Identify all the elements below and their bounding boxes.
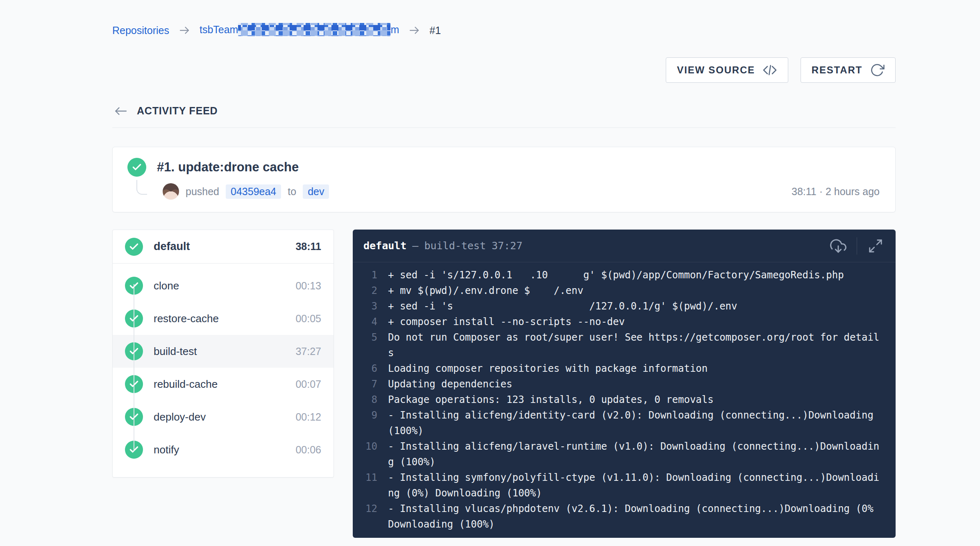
log-line: 3+ sed -i 's/127.0.0.1/g' $(pwd)/.env [360,298,886,314]
log-line: 6Loading composer repositories with pack… [360,361,886,376]
log-line-number: 3 [360,298,377,314]
avatar [163,183,179,200]
log-line: 2+ mv $(pwd)/.env.drone $/.env [360,283,886,298]
header-buttons: VIEW SOURCE RESTART [666,57,896,83]
log-text: + mv $(pwd)/.env.drone $/.env [388,283,882,298]
censored-log-segment [548,268,583,281]
page-header: VIEW SOURCE RESTART [112,57,896,83]
step-row-clone[interactable]: clone 00:13 [113,269,333,302]
steps-connector-line [134,284,134,451]
step-duration: 00:07 [295,378,321,390]
stage-row-default[interactable]: default 38:11 [113,230,333,264]
step-label: build-test [154,345,197,358]
console-log[interactable]: 1+ sed -i 's/127.0.0.1.10g' $(pwd)/app/C… [353,262,896,532]
log-line-number: 11 [360,470,377,501]
log-text: + composer install --no-scripts --no-dev [388,314,882,330]
log-text: + sed -i 's/127.0.0.1.10g' $(pwd)/app/Co… [388,267,882,283]
step-label: deploy-dev [154,411,206,423]
icon-divider [857,237,857,255]
censored-log-segment [512,268,530,281]
console-header: default — build-test 37:27 [353,230,896,262]
log-line-number: 9 [360,407,377,439]
step-duration: 37:27 [295,346,321,357]
log-line: 9- Installing alicfeng/identity-card (v2… [360,407,886,439]
step-row-rebuild-cache[interactable]: rebuild-cache 00:07 [113,368,333,400]
log-line: 1+ sed -i 's/127.0.0.1.10g' $(pwd)/app/C… [360,267,886,283]
stages-panel: default 38:11 clone 00:13 restore-cache … [112,230,334,478]
build-title: #1. update:drone cache [157,160,299,175]
log-text: Updating dependencies [388,376,882,392]
restart-button[interactable]: RESTART [801,57,896,83]
log-line: 7Updating dependencies [360,376,886,392]
log-text: - Installing alicfeng/laravel-runtime (v… [388,439,882,470]
build-card[interactable]: #1. update:drone cache pushed 04359ea4 t… [112,147,896,212]
page-title [112,60,318,80]
steps-list: clone 00:13 restore-cache 00:05 build-te… [113,264,333,472]
log-line-number: 10 [360,439,377,470]
console-panel: default — build-test 37:27 1+ sed [353,230,896,538]
censored-log-segment [453,299,589,312]
log-line-number: 12 [360,501,377,532]
log-text: + sed -i 's/127.0.0.1/g' $(pwd)/.env [388,298,882,314]
log-line-number: 6 [360,361,377,376]
log-line-number: 2 [360,283,377,298]
branch-chip[interactable]: dev [303,184,329,199]
breadcrumb-arrow-icon [178,24,191,36]
log-line: 4+ composer install --no-scripts --no-de… [360,314,886,330]
log-line: 12- Installing vlucas/phpdotenv (v2.6.1)… [360,501,886,532]
to-label: to [288,186,296,198]
log-line-number: 7 [360,376,377,392]
expand-icon [868,238,883,254]
connector-line [136,180,147,195]
breadcrumb-link-repositories[interactable]: Repositories [112,25,169,36]
log-line-number: 1 [360,267,377,283]
stage-duration: 38:11 [295,241,321,253]
commit-chip[interactable]: 04359ea4 [226,184,281,199]
restart-icon [870,63,885,77]
code-icon [762,63,777,77]
breadcrumb-arrow-icon [408,24,420,36]
breadcrumb-link-repo[interactable]: tsbTeamm [200,23,399,38]
divider [112,127,896,128]
step-label: restore-cache [154,312,219,325]
censored-repo-name [238,23,390,36]
log-line: 10- Installing alicfeng/laravel-runtime … [360,439,886,470]
expand-console-button[interactable] [866,237,885,255]
log-line-number: 8 [360,392,377,407]
step-duration: 00:13 [295,280,321,292]
step-duration: 00:05 [295,313,321,325]
step-duration: 00:06 [295,444,321,456]
log-text: Do not run Composer as root/super user! … [388,330,882,361]
activity-feed-link[interactable]: ACTIVITY FEED [112,105,896,117]
step-label: rebuild-cache [154,378,218,391]
view-source-button[interactable]: VIEW SOURCE [666,57,788,83]
step-row-notify[interactable]: notify 00:06 [113,433,333,466]
log-text: - Installing vlucas/phpdotenv (v2.6.1): … [388,501,882,532]
step-row-restore-cache[interactable]: restore-cache 00:05 [113,302,333,335]
download-log-button[interactable] [829,237,848,255]
log-line: 11- Installing symfony/polyfill-ctype (v… [360,470,886,501]
censored-log-segment [530,284,554,297]
back-arrow-icon [112,105,129,117]
breadcrumb: Repositories tsbTeamm #1 [112,0,896,38]
stage-success-icon [125,238,143,256]
build-duration-time: 38:11 · 2 hours ago [792,186,880,198]
step-row-build-test[interactable]: build-test 37:27 [113,335,333,368]
step-label: clone [154,280,179,292]
censored-page-title [112,61,318,80]
download-cloud-icon [830,238,846,254]
log-line-number: 5 [360,330,377,361]
stage-name: default [154,240,190,253]
log-text: - Installing alicfeng/identity-card (v2.… [388,407,882,439]
build-success-icon [127,158,146,177]
log-text: Package operations: 123 installs, 0 upda… [388,392,882,407]
log-line-number: 4 [360,314,377,330]
log-text: Loading composer repositories with packa… [388,361,882,376]
step-row-deploy-dev[interactable]: deploy-dev 00:12 [113,400,333,433]
step-label: notify [154,444,179,456]
step-duration: 00:12 [295,411,321,423]
breadcrumb-build-number: #1 [429,25,441,36]
console-title: default — build-test 37:27 [363,240,522,252]
page: Repositories tsbTeamm #1 VIEW SOURCE RES… [0,0,980,538]
pushed-label: pushed [186,186,219,198]
